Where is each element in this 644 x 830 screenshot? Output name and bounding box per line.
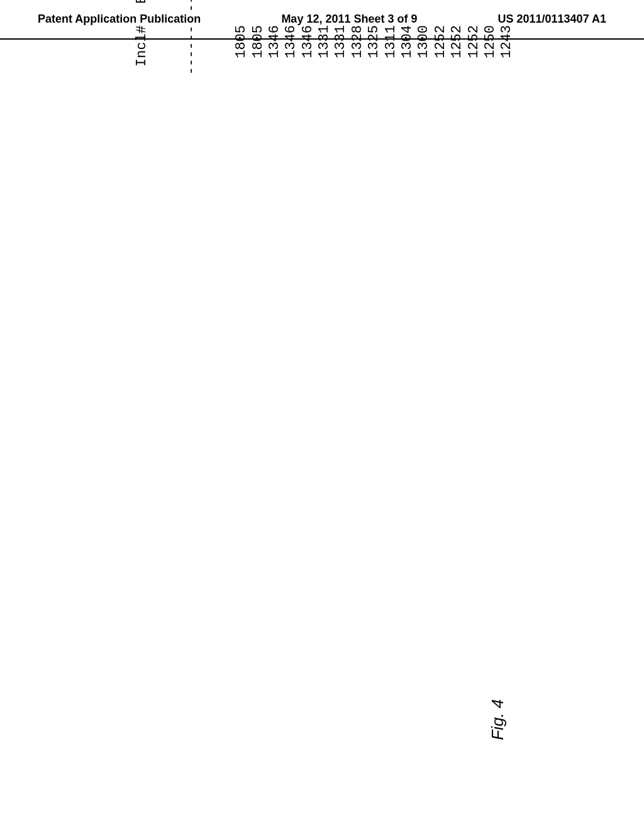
table-dash-row: ------ ------ ------ ------ ------: [184, 0, 200, 88]
table-row: 1250069%0%clr.dll!COMToCLRWorkerDebugger…: [482, 0, 499, 88]
table-header-row: Incl# Excl# Incl% Excl% Name: [134, 0, 150, 88]
cell-incl: 1243: [499, 25, 515, 88]
cell-incl: 1311: [383, 25, 399, 88]
table-row: 1346074%0%devenv.exe!__tmainCRTStartup: [300, 0, 316, 88]
table-row: 1331073%0%ntdll.dll!__RtlUserThreadStart: [333, 0, 349, 88]
cell-incl: 1252: [433, 25, 449, 88]
cell-excl: 0: [350, 0, 366, 25]
cell-incl: 1805: [250, 25, 267, 88]
cell-incl: 1346: [267, 25, 283, 88]
table-row: 1243068%0%clr.dll!COMToCLRWorker: [499, 0, 515, 88]
cell-incl: 1346: [300, 25, 316, 88]
table-row: 1331073%0%kernel32.dll!BaseThreadInitThu…: [316, 0, 333, 88]
cell-incl: 1331: [333, 25, 349, 88]
cell-excl: 0: [482, 0, 499, 25]
table-row: 1252069%0%clr.dll!InvokeStub: [449, 0, 465, 88]
cell-incl: 1805: [233, 25, 250, 88]
col-header-excl: Excl#: [134, 0, 150, 25]
cell-incl: 1325: [366, 25, 382, 88]
cell-incl: 1300: [416, 25, 432, 88]
cell-excl: 0: [316, 0, 333, 25]
cell-excl: 0: [250, 0, 267, 25]
table-row: 1328073%0%msenv.dll!VStudioMainLogged: [350, 0, 366, 88]
cell-excl: 0: [366, 0, 382, 25]
table-row: 1346074%0%devenv.exe!WinMain: [283, 0, 299, 88]
cell-incl: 1328: [350, 25, 366, 88]
cell-excl: 0: [466, 0, 482, 25]
cell-excl: 0: [233, 0, 250, 25]
profiler-table: Incl# Excl# Incl% Excl% Name ------ ----…: [101, 0, 532, 88]
cell-incl: 1250: [482, 25, 499, 88]
table-row: 18050100%0%tid ( 2924): [233, 0, 250, 88]
cell-excl: 0: [267, 0, 283, 25]
cell-excl: 0: [499, 0, 515, 25]
col-header-incl: Incl#: [134, 25, 150, 88]
cell-incl: 1331: [316, 25, 333, 88]
cell-excl: 0: [333, 0, 349, 25]
cell-incl: 1346: [283, 25, 299, 88]
cell-excl: 0: [300, 0, 316, 25]
cell-excl: 0: [449, 0, 465, 25]
cell-incl: 1252: [466, 25, 482, 88]
cell-excl: 0: [399, 0, 416, 25]
table-row: 18050100%0%devenv.exe (2588): [250, 0, 267, 88]
cell-incl: 1252: [449, 25, 465, 88]
table-row: 1304072%0%ntdll.dll!_RtlUserThreadStart: [399, 0, 416, 88]
cell-excl: 0: [283, 0, 299, 25]
table-row: 1252069%0%clr.dll!COMToCLRWorkerBody: [466, 0, 482, 88]
dash-excl: ------: [184, 0, 200, 25]
cell-excl: 0: [383, 0, 399, 25]
cell-excl: 0: [433, 0, 449, 25]
cell-incl: 1304: [399, 25, 416, 88]
cell-excl: 0: [416, 0, 432, 25]
table-row: 1325073%0%msenv.dll!VStudioMain: [366, 0, 382, 88]
figure-label: Fig. 4: [488, 699, 508, 740]
table-row: 1311072%0%devenv.exe!util_CallVsMain: [383, 0, 399, 88]
table-row: 1252069%0%clr.dll!COMToCLRDispatchHelper: [433, 0, 449, 88]
table-row: 1300072%0%msenv.dll!InitFMain: [416, 0, 432, 88]
dash-incl: ------: [184, 25, 200, 88]
table-row: 1346074%0%devenv.exe!CDevEnvAppId::Run: [267, 0, 283, 88]
